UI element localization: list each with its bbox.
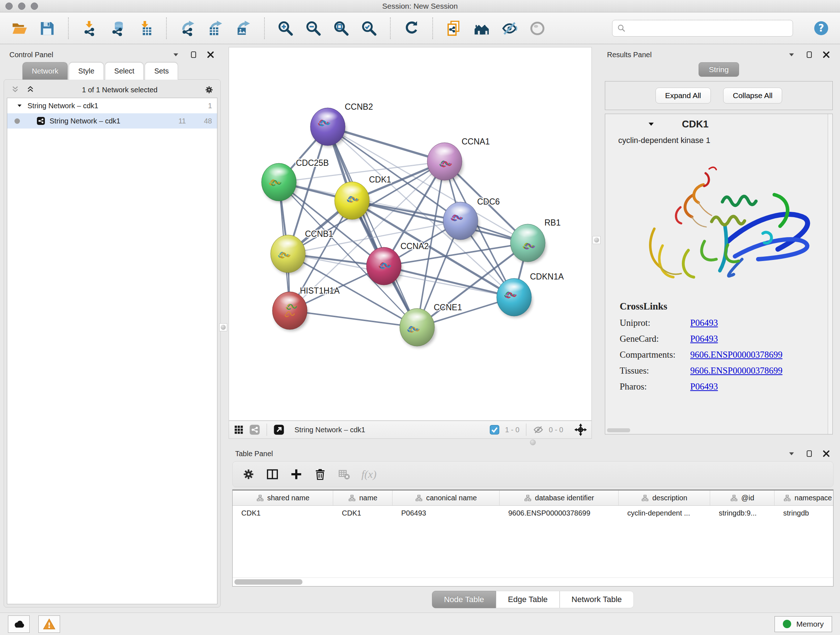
show-all-icon[interactable]	[529, 20, 546, 37]
show-columns-icon[interactable]	[266, 468, 279, 481]
import-table-icon[interactable]	[137, 20, 154, 37]
float-panel-icon[interactable]	[805, 50, 813, 59]
table-row[interactable]: CDK1CDK1P064939606.ENSP00000378699cyclin…	[233, 506, 833, 520]
collapse-all-button[interactable]: Collapse All	[723, 88, 783, 103]
panel-menu-icon[interactable]	[172, 50, 180, 59]
hide-unselected-icon[interactable]	[501, 20, 518, 37]
selected-checkbox-icon[interactable]	[489, 424, 500, 435]
tab-network-table[interactable]: Network Table	[560, 591, 634, 608]
table-cell[interactable]: CDK1	[233, 506, 333, 520]
table-cell[interactable]: stringdb:9...	[710, 506, 775, 520]
zoom-out-icon[interactable]	[305, 20, 322, 37]
network-node-CCNB2[interactable]: CCNB2	[310, 102, 373, 147]
crosslink-link[interactable]: P06493	[690, 334, 718, 344]
warnings-button[interactable]	[38, 616, 60, 633]
right-splitter-handle[interactable]	[592, 236, 600, 244]
collapse-all-networks-icon[interactable]	[11, 85, 20, 95]
import-network-icon[interactable]	[81, 20, 98, 37]
table-cell[interactable]: P06493	[393, 506, 500, 520]
tab-select[interactable]: Select	[105, 62, 144, 80]
crosslink-link[interactable]: 9606.ENSP00000378699	[690, 366, 783, 376]
gene-section-header[interactable]: CDK1	[609, 114, 825, 134]
close-panel-icon[interactable]	[206, 50, 215, 59]
import-database-icon[interactable]	[109, 20, 126, 37]
network-edge[interactable]	[328, 127, 417, 327]
cloud-button[interactable]	[8, 616, 30, 633]
grid-view-icon[interactable]	[233, 424, 244, 435]
network-edge[interactable]	[384, 266, 514, 297]
export-image-icon[interactable]	[235, 20, 252, 37]
network-options-gear-icon[interactable]	[204, 85, 214, 95]
column-header-description[interactable]: description	[619, 491, 710, 505]
node-label: CCNA1	[462, 137, 490, 146]
column-header-shared-name[interactable]: shared name	[233, 491, 333, 505]
network-node-HIST1H1A[interactable]: HIST1H1A	[272, 286, 340, 331]
panel-menu-icon[interactable]	[787, 449, 796, 458]
column-header-canonical-name[interactable]: canonical name	[393, 491, 500, 505]
network-collection-row[interactable]: String Network – cdk1 1	[7, 98, 217, 113]
network-row-selected[interactable]: String Network – cdk1 11 48	[7, 113, 217, 128]
save-session-icon[interactable]	[39, 20, 56, 37]
export-network-icon[interactable]	[179, 20, 196, 37]
tab-edge-table[interactable]: Edge Table	[496, 591, 560, 608]
table-cell[interactable]: 9606.ENSP00000378699	[500, 506, 619, 520]
delete-column-icon[interactable]	[314, 468, 327, 481]
table-scrollbar-thumb[interactable]	[234, 579, 302, 585]
column-header-name[interactable]: name	[333, 491, 393, 505]
close-panel-icon[interactable]	[822, 449, 831, 458]
expand-all-button[interactable]: Expand All	[655, 88, 711, 103]
detach-view-icon[interactable]	[273, 424, 284, 435]
expand-all-networks-icon[interactable]	[26, 85, 35, 95]
tab-style[interactable]: Style	[69, 62, 103, 80]
horizontal-splitter[interactable]	[229, 439, 837, 446]
open-file-icon[interactable]	[11, 20, 28, 37]
add-column-icon[interactable]	[290, 468, 303, 481]
results-vertical-scrollbar[interactable]	[828, 114, 832, 434]
left-splitter-handle[interactable]	[219, 323, 227, 331]
memory-button[interactable]: Memory	[775, 616, 832, 632]
tab-sets[interactable]: Sets	[145, 62, 178, 80]
close-panel-icon[interactable]	[822, 50, 831, 59]
network-node-RB1[interactable]: RB1	[510, 218, 561, 263]
tab-string[interactable]: String	[699, 62, 739, 77]
network-node-CCNA1[interactable]: CCNA1	[427, 137, 490, 182]
gene-expander-icon[interactable]	[646, 119, 656, 129]
node-label: CCNE1	[434, 302, 462, 312]
column-header-namespace[interactable]: namespace	[775, 491, 834, 505]
crosslink-link[interactable]: 9606.ENSP00000378699	[690, 350, 783, 360]
table-cell[interactable]: cyclin-dependent ...	[619, 506, 710, 520]
collection-expander-icon[interactable]	[16, 102, 23, 109]
float-panel-icon[interactable]	[805, 449, 813, 458]
network-canvas[interactable]: CCNB2CCNA1CDC25BCDK1CDC6RB1CCNB1CCNA2CDK…	[229, 47, 592, 421]
tab-network[interactable]: Network	[22, 62, 68, 80]
network-view-type-icon[interactable]	[249, 424, 260, 435]
results-horizontal-scrollbar-thumb[interactable]	[607, 428, 630, 432]
column-header--id[interactable]: @id	[710, 491, 775, 505]
crosslink-link[interactable]: P06493	[690, 382, 718, 392]
search-input[interactable]	[629, 24, 788, 33]
panel-menu-icon[interactable]	[787, 50, 796, 59]
refresh-icon[interactable]	[403, 20, 420, 37]
table-cell[interactable]: CDK1	[333, 506, 393, 520]
crosslink-link[interactable]: P06493	[690, 318, 718, 328]
zoom-selected-icon[interactable]	[361, 20, 378, 37]
birdseye-navigator-icon[interactable]	[574, 423, 587, 436]
help-icon[interactable]: ?	[813, 20, 829, 36]
export-table-icon[interactable]	[207, 20, 224, 37]
network-graph[interactable]: CCNB2CCNA1CDC25BCDK1CDC6RB1CCNB1CCNA2CDK…	[229, 48, 592, 420]
toolbar-separator	[390, 17, 391, 39]
zoom-in-icon[interactable]	[277, 20, 294, 37]
node-label: CDKN1A	[530, 272, 564, 281]
column-header-database-identifier[interactable]: database identifier	[500, 491, 619, 505]
home-icon[interactable]	[473, 20, 490, 37]
table-cell[interactable]: stringdb	[775, 506, 834, 520]
toolbar-divider	[526, 424, 526, 436]
float-panel-icon[interactable]	[189, 50, 197, 59]
zoom-fit-icon[interactable]	[333, 20, 350, 37]
network-edge[interactable]	[290, 310, 417, 327]
network-node-CDKN1A[interactable]: CDKN1A	[497, 272, 564, 318]
table-options-gear-icon[interactable]	[242, 468, 255, 481]
share-document-icon[interactable]	[445, 20, 462, 37]
tab-node-table[interactable]: Node Table	[432, 591, 496, 608]
hidden-eye-icon[interactable]	[533, 424, 544, 435]
